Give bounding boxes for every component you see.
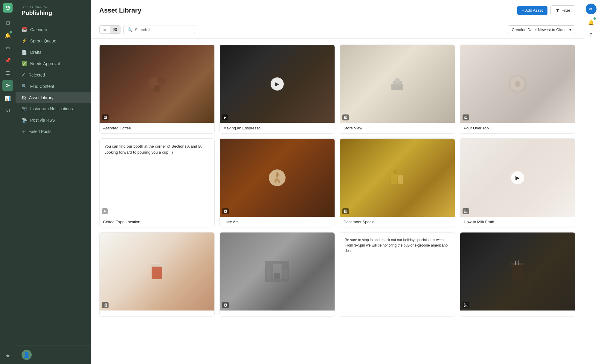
svg-rect-21 [283,270,288,279]
asset-name [460,311,575,316]
sidebar-item-calendar[interactable]: 📅 Calendar [16,24,91,35]
play-overlay: ▶ [220,45,335,123]
analytics-rail-icon[interactable]: 📊 [2,93,13,103]
asset-type-badge: 🖼 [463,114,469,120]
drafts-icon: 📄 [22,50,27,55]
grid-view-button[interactable] [110,26,120,33]
thumbnail-content [100,233,214,311]
right-rail: ✏ 🔔 ? [584,0,598,364]
notification-rail-icon[interactable]: 🔔 [2,30,13,41]
svg-point-8 [515,81,521,87]
asset-type-badge: ▶ [222,114,228,120]
failed-icon: ⚠ [22,129,25,134]
sidebar-item-post-via-rss[interactable]: 📡 Post via RSS [16,114,91,126]
app-logo[interactable] [3,3,13,13]
edit-button[interactable]: ✏ [586,4,597,14]
company-name: Sprout Coffee Co. [22,5,85,9]
asset-thumbnail: ▶ 🖼 [460,139,575,217]
list-view-button[interactable] [100,26,110,33]
asset-name: Store View [340,123,455,133]
sort-label: Creation Date: Newest to Oldest [512,27,568,32]
help-button[interactable]: ? [586,30,597,41]
asset-card[interactable]: 🖼 [460,232,575,317]
asset-thumbnail: 🖼 [100,45,214,123]
sort-dropdown[interactable]: Creation Date: Newest to Oldest ▾ [508,25,575,34]
thumbnail-content: You can find our booth at the corner of … [100,139,214,217]
sidebar-item-label: Calendar [30,27,47,32]
svg-rect-12 [393,170,397,174]
asset-name: Assorted Coffee [100,123,214,133]
view-toggle [99,25,120,34]
list-rail-icon[interactable]: ☰ [2,68,13,78]
thumbnail-content [340,139,455,217]
inbox-rail-icon[interactable]: ✉ [2,42,13,53]
sidebar-item-needs-approval[interactable]: ✅ Needs Approval [16,58,91,69]
asset-card[interactable]: 🖼 December Special [340,138,455,227]
thumbnail-content [340,45,455,123]
thumbnail-content [220,139,335,217]
asset-name [340,311,455,316]
sidebar-item-label: Sprout Queue [30,39,56,43]
sidebar-item-find-content[interactable]: 🔍 Find Content [16,81,91,92]
asset-card[interactable]: 🖼 Store View [340,45,455,134]
publish-rail-icon[interactable] [2,80,13,91]
asset-thumbnail: 🖼 [460,45,575,123]
asset-card[interactable]: You can find our booth at the corner of … [99,138,215,227]
pin-rail-icon[interactable]: 📌 [2,55,13,66]
asset-card[interactable]: 🖼 [99,232,215,317]
svg-rect-11 [398,175,403,184]
asset-card[interactable]: ▶ 🖼 How-to Milk Froth [460,138,575,227]
tasks-rail-icon[interactable]: ☑ [2,105,13,116]
svg-point-2 [153,85,161,92]
filter-label: Filter [562,8,570,13]
sidebar-item-label: Post via RSS [30,118,55,123]
asset-name: Making an Esspresso [220,123,335,133]
asset-thumbnail: 🖼 [100,233,214,311]
thumbnail-content: Be sure to stop in and check out our hol… [340,233,455,311]
asset-name: How-to Milk Froth [460,217,575,227]
filter-button[interactable]: Filter [550,5,575,15]
asset-name [220,311,335,316]
play-overlay: ▶ [460,139,575,217]
sidebar-item-sprout-queue[interactable]: ⚡ Sprout Queue [16,35,91,47]
asset-card[interactable]: 🖼 Assorted Coffee [99,45,215,134]
asset-card[interactable]: ▶ ▶ Making an Esspresso [219,45,335,134]
instagram-icon: 📷 [22,106,27,111]
asset-thumbnail: 🖼 [340,139,455,217]
add-asset-button[interactable]: + Add Asset [517,6,547,15]
sidebar-header: Sprout Coffee Co. Publishing [16,0,91,21]
asset-card[interactable]: Be sure to stop in and check out our hol… [340,232,455,317]
page-title: Asset Library [99,7,141,14]
svg-rect-22 [511,263,524,265]
notification-button[interactable]: 🔔 [586,17,597,27]
sidebar-item-failed-posts[interactable]: ⚠ Failed Posts [16,126,91,137]
svg-rect-23 [515,261,516,265]
search-input[interactable] [135,27,191,32]
asset-card[interactable]: 🖼 Latte Art [219,138,335,227]
user-avatar[interactable]: 👤 [22,350,32,360]
sidebar-item-asset-library[interactable]: 🖼 Asset Library [16,92,91,103]
asset-thumbnail: 🖼 [220,139,335,217]
play-button: ▶ [511,171,524,184]
asset-card[interactable]: 🖼 [219,232,335,317]
svg-rect-20 [267,270,271,279]
sidebar-item-label: Asset Library [29,95,54,100]
svg-point-1 [157,77,166,85]
sidebar-item-drafts[interactable]: 📄 Drafts [16,47,91,58]
sidebar-nav: 📅 Calendar ⚡ Sprout Queue 📄 Drafts ✅ Nee… [16,21,91,345]
asset-thumbnail: ▶ ▶ [220,45,335,123]
top-bar: Asset Library + Add Asset Filter [91,0,584,21]
thumbnail-content [460,45,575,123]
thumbnail-content [460,233,575,311]
svg-point-5 [395,78,400,83]
asset-type-badge: 🖼 [342,208,349,214]
grid-icon[interactable]: ⊞ [2,17,13,28]
svg-rect-24 [518,260,519,265]
asset-type-badge: 🖼 [102,302,109,308]
sidebar-item-rejected[interactable]: ✗ Rejected [16,69,91,81]
sidebar-item-instagram-notifications[interactable]: 📷 Instagram Notifications [16,103,91,114]
icon-rail: ⊞ 🔔 ✉ 📌 ☰ 📊 ☑ ★ [0,0,16,364]
search-box: 🔍 [123,25,195,34]
star-rail-icon[interactable]: ★ [2,350,13,361]
asset-card[interactable]: 🖼 Pour Over Top [460,45,575,134]
